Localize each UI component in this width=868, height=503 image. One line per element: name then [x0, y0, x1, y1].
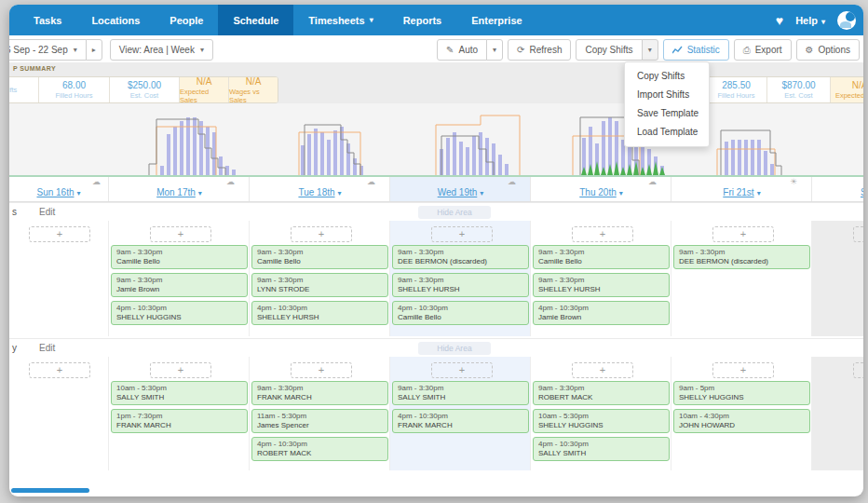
shift-card[interactable]: 9am - 3:30pmCamille Bello — [251, 245, 388, 269]
tab-reports[interactable]: Reports — [388, 5, 457, 35]
export-button[interactable]: ⎙Export — [734, 39, 792, 61]
day-link-wed-19th[interactable]: Wed 19th▾ — [438, 187, 484, 201]
shift-card[interactable]: 11am - 5:30pmJames Spencer — [251, 409, 388, 433]
hide-area-button[interactable]: Hide Area — [418, 342, 491, 355]
menu-item-import-shifts[interactable]: Import Shifts — [625, 86, 709, 104]
shift-card[interactable]: 4pm - 10:30pmSALLY SMITH — [533, 437, 670, 461]
shift-card[interactable]: 9am - 3:30pmCamille Bello — [533, 245, 670, 269]
menu-item-load-template[interactable]: Load Template — [625, 123, 709, 142]
add-shift-button[interactable]: + — [291, 362, 352, 378]
shift-card[interactable]: 4pm - 10:30pmROBERT MACK — [251, 437, 388, 461]
shift-card[interactable]: 9am - 3:30pmJamie Brown — [111, 273, 248, 297]
summary-value: $870.00 — [781, 80, 815, 91]
favorites-heart-icon[interactable]: ♥ — [776, 13, 783, 28]
copy-shifts-button[interactable]: Copy Shifts — [576, 39, 642, 61]
shift-card[interactable]: 4pm - 10:30pmFRANK MARCH — [392, 409, 529, 433]
tab-timesheets[interactable]: Timesheets▾ — [293, 5, 387, 35]
shift-card[interactable]: 9am - 3:30pmROBERT MACK — [533, 381, 670, 405]
add-shift-button[interactable]: + — [431, 226, 493, 242]
avatar[interactable] — [837, 11, 856, 30]
tab-people[interactable]: People — [155, 5, 218, 35]
auto-dropdown-button[interactable]: ▾ — [486, 39, 503, 61]
auto-button[interactable]: ✎Auto — [437, 39, 487, 61]
date-range-button[interactable]: 6 Sep - 22 Sep▾ — [9, 39, 87, 61]
shift-card[interactable]: 10am - 5:30pmSALLY SMITH — [111, 381, 248, 405]
shift-card[interactable]: 4pm - 10:30pmCamille Bello — [392, 301, 529, 325]
add-shift-button[interactable]: + — [150, 226, 211, 242]
add-shift-button[interactable]: + — [572, 362, 633, 378]
day-link-mon-17th[interactable]: Mon 17th▾ — [156, 187, 202, 201]
shift-card[interactable]: 1pm - 7:30pmFRANK MARCH — [111, 409, 248, 433]
shift-card[interactable]: 10am - 5:30pmSHELLY HUGGINS — [533, 409, 670, 433]
add-shift-button[interactable]: + — [29, 362, 90, 378]
add-shift-button[interactable]: + — [150, 362, 211, 378]
day-header-wed-19th: Wed 19th▾☁ — [389, 177, 531, 201]
day-header-tue-18th: Tue 18th▾☁ — [249, 177, 390, 201]
printer-icon: ⎙ — [743, 45, 751, 56]
shift-person: FRANK MARCH — [116, 421, 242, 430]
shift-time: 9am - 3:30pm — [257, 248, 383, 257]
shift-card[interactable]: 9am - 3:30pmSHELLEY HURSH — [533, 273, 670, 297]
statistic-button[interactable]: Statistic — [663, 39, 729, 61]
sun-weather-icon: ☀ — [790, 177, 797, 186]
section-edit-link[interactable]: Edit — [39, 207, 55, 217]
day-link-sun-16th[interactable]: Sun 16th▾ — [36, 187, 80, 201]
tab-schedule[interactable]: Schedule — [218, 5, 293, 35]
summary-value: N/A — [246, 76, 262, 88]
day-link-tue-18th[interactable]: Tue 18th▾ — [298, 187, 341, 201]
day-link-fri-21st[interactable]: Fri 21st▾ — [723, 187, 760, 201]
view-selector-button[interactable]: View: Area | Week▾ — [110, 39, 213, 61]
menu-item-save-template[interactable]: Save Template — [625, 104, 709, 123]
next-week-button[interactable]: ▸ — [86, 39, 102, 61]
gear-icon: ⚙ — [806, 45, 814, 55]
shift-card[interactable]: 9am - 3:30pmDEE BERMON (discarded) — [392, 245, 529, 269]
shift-card[interactable]: 9am - 5pmSHELLY HUGGINS — [673, 381, 810, 405]
add-shift-button[interactable]: + — [29, 226, 90, 242]
chevron-down-icon: ▾ — [480, 189, 483, 197]
coverage-chart-day-2 — [249, 97, 389, 175]
help-menu[interactable]: Help▾ — [795, 15, 825, 26]
shift-card[interactable]: 9am - 3:30pmDEE BERMON (discarded) — [673, 245, 810, 269]
shift-card[interactable]: 4pm - 10:30pmSHELLY HUGGINS — [111, 301, 248, 325]
tab-enterprise[interactable]: Enterprise — [456, 5, 536, 35]
grid-column-sat-22nd: + — [811, 221, 863, 336]
shift-person: Camille Bello — [538, 257, 664, 266]
hide-area-button[interactable]: Hide Area — [418, 206, 491, 219]
shift-person: SHELLEY HURSH — [257, 313, 383, 322]
tab-locations[interactable]: Locations — [76, 5, 155, 35]
shift-person: DEE BERMON (discarded) — [398, 257, 523, 266]
add-shift-button[interactable]: + — [572, 226, 633, 242]
cloud-weather-icon: ☁ — [92, 177, 101, 186]
day-link-sat-22nd[interactable]: Sat 22nd▾ — [861, 187, 863, 201]
menu-item-copy-shifts[interactable]: Copy Shifts — [625, 67, 709, 86]
add-shift-button[interactable]: + — [712, 226, 774, 242]
add-shift-button[interactable]: + — [431, 362, 493, 378]
horizontal-scrollbar-thumb[interactable] — [11, 488, 89, 493]
grid-column-sat-22nd: + — [811, 357, 863, 470]
tab-label: Locations — [91, 15, 140, 26]
tab-tasks[interactable]: Tasks — [19, 5, 76, 35]
shift-card[interactable]: 9am - 3:30pmFRANK MARCH — [251, 381, 388, 405]
add-shift-button[interactable]: + — [853, 362, 863, 378]
shift-time: 10am - 5:30pm — [116, 384, 242, 393]
shift-card[interactable]: 4pm - 10:30pmJamie Brown — [533, 301, 670, 325]
shift-card[interactable]: 9am - 3:30pmSALLY SMITH — [392, 381, 529, 405]
grid-column-tue-18th: +9am - 3:30pmCamille Bello9am - 3:30pmLY… — [249, 221, 390, 336]
shift-card[interactable]: 9am - 3:30pmLYNN STRODE — [251, 273, 388, 297]
shift-time: 9am - 3:30pm — [398, 248, 523, 257]
shift-card[interactable]: 9am - 3:30pmSHELLEY HURSH — [392, 273, 529, 297]
options-button[interactable]: ⚙Options — [796, 39, 860, 61]
day-label: Sat 22nd — [861, 187, 863, 197]
day-link-thu-20th[interactable]: Thu 20th▾ — [579, 187, 623, 201]
section-edit-link[interactable]: Edit — [39, 343, 55, 353]
shift-card[interactable]: 10am - 4:30pmJOHN HOWARD — [673, 409, 810, 433]
add-shift-button[interactable]: + — [853, 226, 863, 242]
add-shift-button[interactable]: + — [291, 226, 352, 242]
add-shift-button[interactable]: + — [712, 362, 774, 378]
shift-card[interactable]: 9am - 3:30pmCamille Bello — [111, 245, 248, 269]
shift-card[interactable]: 4pm - 10:30pmSHELLEY HURSH — [251, 301, 388, 325]
grid-column-wed-19th: +9am - 3:30pmSALLY SMITH4pm - 10:30pmFRA… — [389, 357, 531, 470]
copy-shifts-dropdown-button[interactable]: ▾ — [642, 39, 658, 61]
refresh-button[interactable]: ⟳Refresh — [508, 39, 571, 61]
shift-time: 4pm - 10:30pm — [257, 304, 383, 313]
